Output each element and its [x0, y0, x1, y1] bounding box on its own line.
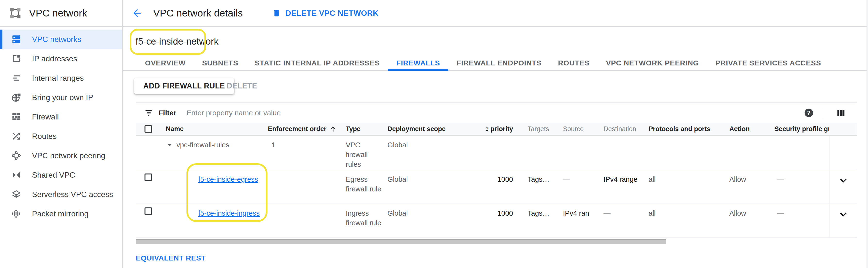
column-header-rule-priority[interactable]: Rule priority: [486, 125, 516, 133]
firewall-rule-link-ingress[interactable]: f5-ce-inside-ingress: [198, 209, 260, 217]
tab-subnets[interactable]: SUBNETS: [194, 56, 247, 70]
tab-overview[interactable]: OVERVIEW: [137, 56, 194, 70]
tab-static-internal-ip-addresses[interactable]: STATIC INTERNAL IP ADDRESSES: [247, 56, 388, 70]
vpc-network-details-page: VPC network VPC networks IP addresses In…: [0, 0, 868, 268]
sort-ascending-icon: [330, 126, 337, 133]
cell-source: —: [561, 170, 601, 204]
column-header-type[interactable]: Type: [343, 125, 385, 133]
shared-vpc-icon: [11, 170, 21, 180]
internal-ranges-icon: [11, 73, 21, 83]
column-header-security-profile-group[interactable]: Security profile group: [774, 125, 829, 133]
row-checkbox[interactable]: [145, 207, 152, 215]
cell-targets: Tags…: [516, 204, 561, 237]
filter-input[interactable]: [186, 108, 804, 117]
sidebar-item-packet-mirroring[interactable]: Packet mirroring: [0, 204, 122, 224]
table-row-f5-ce-inside-ingress: f5-ce-inside-ingress Ingress firewall ru…: [136, 204, 857, 238]
sidebar-item-shared-vpc[interactable]: Shared VPC: [0, 165, 122, 185]
ip-addresses-icon: [11, 54, 21, 64]
sidebar-item-label: Packet mirroring: [32, 209, 89, 218]
sidebar-header: VPC network: [0, 0, 122, 27]
tabs-bar: OVERVIEW SUBNETS STATIC INTERNAL IP ADDR…: [123, 56, 868, 71]
cell-protocols-and-ports: all: [646, 204, 727, 237]
tab-routes[interactable]: ROUTES: [550, 56, 598, 70]
table-row-f5-ce-inside-egress: f5-ce-inside-egress Egress firewall rule…: [136, 170, 857, 204]
expand-row-chevron-icon[interactable]: [838, 175, 848, 186]
page-header: VPC network details DELETE VPC NETWORK: [123, 0, 868, 27]
cell-deployment-scope: Global: [385, 170, 486, 204]
sidebar-item-label: VPC network peering: [32, 151, 105, 160]
firewall-rules-table: Filter ? Name Enforcement order Type Dep…: [136, 102, 857, 238]
sidebar-item-vpc-network-peering[interactable]: VPC network peering: [0, 146, 122, 165]
column-header-destination[interactable]: Destination: [601, 125, 646, 133]
row-checkbox[interactable]: [145, 173, 152, 181]
trash-icon: [272, 9, 281, 18]
cell-type: Egress firewall rule: [343, 170, 385, 204]
column-header-protocols-and-ports[interactable]: Protocols and ports: [646, 125, 727, 133]
column-header-label: Enforcement order: [268, 125, 327, 133]
sidebar-item-ip-addresses[interactable]: IP addresses: [0, 49, 122, 68]
routes-icon: [11, 131, 21, 141]
divider: [824, 107, 824, 119]
sidebar-item-label: Firewall: [32, 112, 59, 122]
sidebar-item-label: Routes: [32, 132, 57, 141]
column-header-source[interactable]: Source: [561, 125, 601, 133]
sidebar-item-label: VPC networks: [32, 35, 81, 44]
arrow-back-icon: [131, 7, 143, 19]
column-header-name[interactable]: Name: [158, 125, 266, 133]
horizontal-scrollbar-thumb[interactable]: [136, 239, 666, 244]
column-header-action[interactable]: Action: [727, 125, 774, 133]
tab-private-services-access[interactable]: PRIVATE SERVICES ACCESS: [707, 56, 830, 70]
tab-firewall-endpoints[interactable]: FIREWALL ENDPOINTS: [448, 56, 550, 70]
cell-deployment-scope: Global: [385, 204, 486, 237]
cell-deployment-scope: Global: [385, 136, 486, 170]
sidebar-title: VPC network: [29, 7, 87, 19]
sidebar-item-routes[interactable]: Routes: [0, 127, 122, 146]
sidebar-item-internal-ranges[interactable]: Internal ranges: [0, 68, 122, 88]
sidebar-item-label: Shared VPC: [32, 171, 75, 179]
back-button[interactable]: [131, 7, 143, 19]
cell-rule-priority: 1000: [486, 170, 516, 204]
tab-vpc-network-peering[interactable]: VPC NETWORK PEERING: [598, 56, 707, 70]
sidebar-item-serverless-vpc-access[interactable]: Serverless VPC access: [0, 185, 122, 204]
cell-security-profile-group: —: [774, 204, 829, 237]
sidebar-item-vpc-networks[interactable]: VPC networks: [0, 30, 122, 49]
vpc-network-logo-icon: [9, 6, 22, 20]
sidebar-item-label: Serverless VPC access: [32, 190, 113, 199]
cell-targets: Tags…: [516, 170, 561, 204]
cell-action: Allow: [727, 204, 774, 237]
window-right-edge: [867, 0, 868, 268]
tab-firewalls[interactable]: FIREWALLS: [388, 56, 448, 70]
column-header-targets[interactable]: Targets: [516, 125, 561, 133]
delete-vpc-network-button[interactable]: DELETE VPC NETWORK: [272, 9, 378, 18]
cell-type: VPC firewall rules: [343, 136, 385, 170]
cell-destination: IPv4 range: [601, 170, 646, 204]
collapse-expander-icon[interactable]: [166, 141, 173, 148]
filter-label: Filter: [159, 109, 176, 117]
table-header-row: Name Enforcement order Type Deployment s…: [136, 123, 857, 136]
column-header-deployment-scope[interactable]: Deployment scope: [385, 125, 486, 133]
delete-vpc-network-label: DELETE VPC NETWORK: [285, 9, 378, 18]
add-firewall-rule-button[interactable]: ADD FIREWALL RULE: [134, 78, 234, 94]
sidebar-item-firewall[interactable]: Firewall: [0, 107, 122, 127]
page-title: VPC network details: [153, 7, 243, 19]
cell-type: Ingress firewall rule: [343, 204, 385, 237]
equivalent-rest-link[interactable]: EQUIVALENT REST: [136, 254, 206, 262]
filter-bar: Filter ?: [136, 103, 857, 123]
column-display-options-icon[interactable]: [836, 108, 846, 118]
cell-security-profile-group: —: [774, 170, 829, 204]
column-header-enforcement-order[interactable]: Enforcement order: [266, 125, 343, 133]
vpc-networks-icon: [11, 34, 21, 44]
delete-rule-button[interactable]: DELETE: [219, 78, 265, 94]
sidebar-item-bring-your-own-ip[interactable]: Bring your own IP: [0, 88, 122, 107]
cell-action: Allow: [727, 170, 774, 204]
select-all-checkbox[interactable]: [145, 125, 152, 133]
vpc-network-peering-icon: [11, 150, 21, 161]
sidebar-item-label: Internal ranges: [32, 74, 84, 82]
firewall-rule-link-egress[interactable]: f5-ce-inside-egress: [198, 175, 258, 183]
cell-enforcement-order: 1: [266, 136, 343, 170]
sidebar-item-label: IP addresses: [32, 54, 77, 63]
help-icon[interactable]: ?: [804, 108, 814, 118]
sidebar: VPC network VPC networks IP addresses In…: [0, 0, 123, 268]
cell-rule-priority: 1000: [486, 204, 516, 237]
expand-row-chevron-icon[interactable]: [838, 209, 848, 220]
